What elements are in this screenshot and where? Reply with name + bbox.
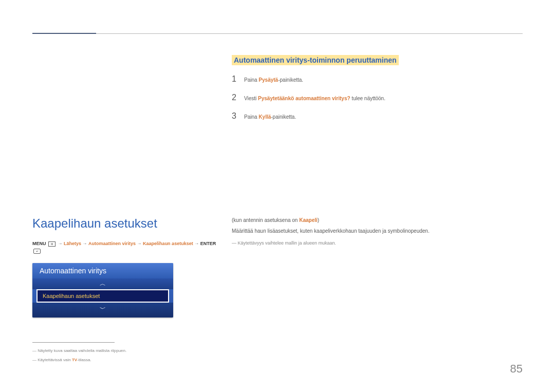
numbered-steps: 1 Paina Pysäytä-painiketta. 2 Viesti Pys… — [232, 74, 523, 121]
step-number: 2 — [232, 93, 237, 102]
arrow: → — [193, 241, 200, 246]
step-3: 3 Paina Kyllä-painiketta. — [232, 111, 523, 121]
orange-term: Pysäytä — [258, 77, 278, 83]
menu-path: MENU Ⅲ → Lähetys → Automaattinen viritys… — [32, 240, 217, 255]
text-pre: Paina — [244, 114, 258, 120]
footnotes: ― Näytetty kuva saattaa vaihdella mallis… — [32, 342, 187, 366]
path-lahetys: Lähetys — [64, 241, 81, 246]
text-pre: Viesti — [244, 96, 258, 101]
tv-menu-selected-item[interactable]: Kaapelihaun asetukset — [36, 289, 169, 303]
left-section: Kaapelihaun asetukset MENU Ⅲ → Lähetys →… — [32, 216, 217, 318]
footnote-1: ― Näytetty kuva saattaa vaihdella mallis… — [32, 348, 187, 354]
text-post: -painiketta. — [271, 114, 296, 120]
section-heading: Automaattinen viritys-toiminnon peruutta… — [232, 55, 399, 65]
text-post: -painiketta. — [278, 77, 303, 83]
orange-term: Kyllä — [258, 114, 271, 120]
header-rule — [96, 33, 523, 34]
step-number: 3 — [232, 111, 237, 121]
orange-term: Pysäytetäänkö automaattinen viritys? — [258, 96, 350, 101]
header-accent-bar — [32, 33, 96, 34]
arrow: → — [57, 241, 64, 246]
cancel-auto-tuning-section: Automaattinen viritys-toiminnon peruutta… — [232, 55, 523, 121]
tv-menu-arrow-down[interactable]: ﹀ — [32, 303, 173, 318]
enter-label: ENTER — [200, 241, 216, 246]
text-post: tulee näyttöön. — [350, 96, 385, 101]
paren-post: ) — [318, 217, 319, 223]
step-text: Viesti Pysäytetäänkö automaattinen virit… — [244, 95, 385, 102]
orange-term: TV — [72, 358, 77, 362]
text-pre: Paina — [244, 77, 258, 83]
tv-menu-widget: Automaattinen viritys ︿ Kaapelihaun aset… — [32, 263, 173, 318]
tv-menu-arrow-up[interactable]: ︿ — [32, 278, 173, 289]
footnote-post: -tilassa. — [77, 358, 91, 362]
paren-pre: (kun antennin asetuksena on — [232, 217, 299, 223]
page-title: Kaapelihaun asetukset — [32, 216, 217, 231]
path-kaapeli: Kaapelihaun asetukset — [143, 241, 193, 246]
step-2: 2 Viesti Pysäytetäänkö automaattinen vir… — [232, 93, 523, 102]
orange-term: Kaapeli — [299, 217, 318, 223]
footnote-2: ― Käytettävissä vain TV-tilassa. — [32, 357, 187, 363]
path-auto: Automaattinen viritys — [88, 241, 136, 246]
enter-icon: ↵ — [33, 249, 41, 254]
footnote-rule — [32, 342, 115, 343]
arrow: → — [81, 241, 88, 246]
step-text: Paina Pysäytä-painiketta. — [244, 76, 303, 84]
step-1: 1 Paina Pysäytä-painiketta. — [232, 74, 523, 84]
page-number: 85 — [510, 362, 523, 376]
menu-icon: Ⅲ — [48, 241, 55, 247]
arrow: → — [136, 241, 143, 246]
step-number: 1 — [232, 74, 237, 84]
description-body: Määrittää haun lisäasetukset, kuten kaap… — [232, 227, 523, 235]
antenna-condition: (kun antennin asetuksena on Kaapeli) — [232, 217, 523, 223]
availability-note: ― Käytettävyys vaihtelee mallin ja aluee… — [232, 239, 523, 247]
footnote-pre: ― Käytettävissä vain — [32, 358, 72, 362]
description-section: (kun antennin asetuksena on Kaapeli) Mää… — [232, 217, 523, 247]
menu-label: MENU — [32, 241, 46, 246]
tv-menu-header: Automaattinen viritys — [32, 263, 173, 278]
step-text: Paina Kyllä-painiketta. — [244, 113, 296, 121]
